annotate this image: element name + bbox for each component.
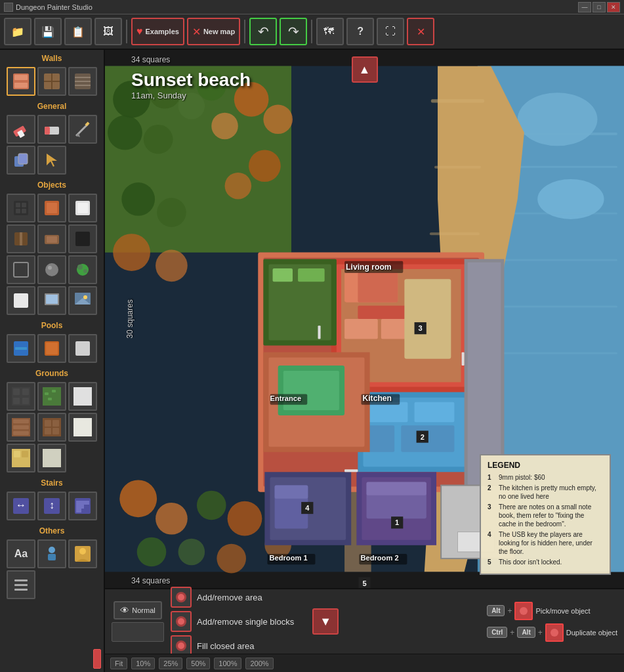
object-item-1[interactable]: [7, 194, 35, 222]
object-item-4[interactable]: [7, 224, 35, 253]
scroll-up-button[interactable]: ▲: [352, 56, 378, 83]
pencil-tool[interactable]: [68, 115, 97, 144]
view-mode-button[interactable]: 👁 Normal: [114, 601, 161, 620]
ground-item-3[interactable]: [68, 382, 97, 411]
undo-button[interactable]: ↶: [249, 18, 277, 45]
object-item-12[interactable]: [68, 286, 97, 315]
legend-box: LEGEND 1 9mm pistol: $60 2 The kitchen i…: [480, 454, 611, 575]
add-remove-blocks-icon[interactable]: [171, 611, 192, 632]
section-grounds-label: Grounds: [0, 365, 104, 380]
ground-item-6[interactable]: [68, 413, 97, 442]
object-item-3[interactable]: [68, 194, 97, 222]
wall-item-2[interactable]: [37, 67, 66, 96]
ground-item-7[interactable]: [7, 444, 35, 472]
title-bar-controls[interactable]: — □ ✕: [578, 2, 620, 12]
svg-rect-102: [431, 99, 484, 102]
main-layout: Walls General: [0, 50, 624, 672]
ground-item-5[interactable]: [37, 413, 66, 442]
copy-tool[interactable]: [7, 146, 35, 175]
svg-rect-192: [462, 352, 465, 366]
list-tool[interactable]: [7, 570, 35, 599]
svg-rect-52: [13, 388, 20, 395]
zoom-50-button[interactable]: 50%: [186, 658, 210, 669]
duplicate-combo: Ctrl + Alt + Duplicate object: [487, 623, 617, 642]
redo-button[interactable]: ↷: [280, 18, 307, 45]
legend-num-5: 5: [488, 558, 495, 566]
open-folder-button[interactable]: 📁: [4, 18, 31, 45]
ground-item-8[interactable]: [37, 444, 66, 472]
object-item-8[interactable]: [37, 255, 66, 284]
section-general-label: General: [0, 98, 104, 113]
svg-point-131: [217, 544, 246, 574]
eraser-tool-2[interactable]: [37, 115, 66, 144]
map-aspect-button[interactable]: 🗺: [316, 18, 344, 45]
text-tool[interactable]: Aa: [7, 539, 35, 568]
object-item-7[interactable]: [7, 255, 35, 284]
object-item-6[interactable]: [68, 224, 97, 253]
sidebar-drag-handle[interactable]: [93, 649, 101, 669]
svg-rect-74: [43, 449, 61, 467]
map-canvas[interactable]: ▲: [105, 50, 624, 588]
svg-rect-1: [14, 75, 28, 80]
object-item-10[interactable]: [7, 286, 35, 315]
close-app-button[interactable]: ✕: [407, 18, 434, 45]
minimize-button[interactable]: —: [578, 2, 591, 12]
wall-item-3[interactable]: [68, 67, 97, 96]
svg-rect-26: [47, 203, 57, 213]
add-remove-area-icon[interactable]: [171, 587, 192, 608]
legend-text-2: The kitchen is pretty much empty, no one…: [499, 484, 603, 501]
svg-rect-23: [16, 209, 20, 213]
ground-item-4[interactable]: [7, 413, 35, 442]
zoom-fit-button[interactable]: Fit: [110, 658, 127, 669]
export-button[interactable]: 🖼: [94, 18, 122, 45]
stair-item-3[interactable]: [68, 492, 97, 520]
new-map-label: New map: [203, 28, 235, 35]
wall-item-1[interactable]: [7, 67, 35, 96]
person-tool[interactable]: [37, 539, 66, 568]
new-map-button[interactable]: ✕ New map: [187, 18, 240, 45]
object-item-9[interactable]: [68, 255, 97, 284]
sidebar: Walls General: [0, 50, 105, 672]
svg-point-35: [45, 263, 58, 276]
pool-item-1[interactable]: [7, 334, 35, 363]
main-toolbar: 📁 💾 📋 🖼 ♥ Examples ✕ New map ↶ ↷ 🗺 ? ⛶ ✕: [0, 14, 624, 50]
eraser-tool[interactable]: [7, 115, 35, 144]
svg-rect-144: [404, 279, 451, 359]
plus-sign-2: +: [510, 628, 514, 637]
svg-rect-18: [18, 154, 28, 164]
scroll-down-button[interactable]: ▼: [312, 608, 339, 635]
app-title: Dungeon Painter Studio: [16, 3, 93, 11]
object-item-5[interactable]: [37, 224, 66, 253]
add-remove-area-label: Add/remove area: [197, 593, 262, 602]
svg-text:5: 5: [362, 579, 366, 587]
object-item-11[interactable]: [37, 286, 66, 315]
ground-item-2[interactable]: [37, 382, 66, 411]
zoom-100-button[interactable]: 100%: [214, 658, 241, 669]
help-button[interactable]: ?: [346, 18, 374, 45]
save-icon: 💾: [41, 26, 54, 38]
svg-rect-54: [13, 398, 20, 404]
svg-rect-149: [368, 402, 408, 422]
avatar-tool[interactable]: [68, 539, 97, 568]
squares-vertical: 30 squares: [125, 299, 135, 338]
maximize-button[interactable]: □: [593, 2, 606, 12]
examples-button[interactable]: ♥ Examples: [131, 18, 184, 45]
zoom-10-button[interactable]: 10%: [131, 658, 155, 669]
pool-item-3[interactable]: [68, 334, 97, 363]
ground-item-1[interactable]: [7, 382, 35, 411]
fullscreen-button[interactable]: ⛶: [377, 18, 404, 45]
legend-num-3: 3: [488, 503, 495, 528]
zoom-200-button[interactable]: 200%: [245, 658, 273, 669]
pool-item-2[interactable]: [37, 334, 66, 363]
stair-item-2[interactable]: ↕: [37, 492, 66, 520]
stair-item-1[interactable]: ↔: [7, 492, 35, 520]
pointer-tool[interactable]: [37, 146, 66, 175]
squares-horizontal-bottom: 34 squares: [131, 576, 170, 585]
close-button[interactable]: ✕: [607, 2, 620, 12]
object-item-2[interactable]: [37, 194, 66, 222]
svg-text:Bedroom 2: Bedroom 2: [360, 554, 398, 562]
help-icon: ?: [357, 26, 364, 37]
zoom-25-button[interactable]: 25%: [159, 658, 182, 669]
save-button[interactable]: 💾: [34, 18, 62, 45]
save-as-button[interactable]: 📋: [64, 18, 92, 45]
